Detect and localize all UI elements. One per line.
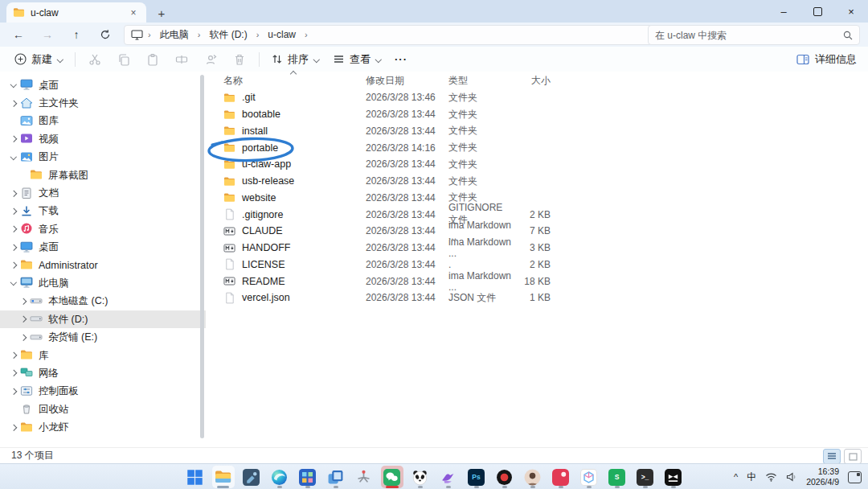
address-bar[interactable]: › 此电脑 › 软件 (D:) › u-claw › [124,25,659,45]
chevron-right-icon[interactable] [10,424,18,432]
taskbar-app-start[interactable] [184,466,207,488]
minimize-button[interactable]: – [767,0,800,23]
sidebar-item-17[interactable]: 控制面板 [0,383,206,401]
sidebar-item-1[interactable]: 主文件夹 [0,94,206,112]
thumbnail-view-button[interactable] [844,449,862,464]
ime-indicator[interactable]: 中 [747,471,756,484]
sidebar-item-14[interactable]: 杂货铺 (E:) [0,328,206,346]
sidebar-item-15[interactable]: 库 [0,347,206,364]
chevron-down-icon[interactable] [10,279,18,287]
breadcrumb-drive-d[interactable]: 软件 (D:) [205,27,251,43]
wifi-icon[interactable] [765,472,777,482]
sidebar-item-3[interactable]: 视频 [0,130,206,148]
taskbar-app-claw-machine[interactable] [353,466,375,488]
file-row[interactable]: HANDOFF2026/3/28 13:44ima Markdown ...3 … [215,240,868,257]
delete-button[interactable] [225,50,254,69]
sidebar-item-11[interactable]: 此电脑 [0,274,206,292]
taskbar-app-toolbox[interactable] [297,466,319,488]
file-row[interactable]: usb-release2026/3/28 13:44文件夹 [215,173,868,190]
chevron-right-icon[interactable] [10,244,18,252]
sidebar-item-13[interactable]: 软件 (D:) [0,310,206,328]
maximize-button[interactable] [800,0,834,23]
chevron-right-icon[interactable] [10,388,18,396]
sidebar-item-19[interactable]: 小龙虾 [0,418,206,436]
forward-button[interactable]: → [39,26,56,43]
file-row[interactable]: install2026/3/28 13:44文件夹 [215,123,868,140]
breadcrumb-u-claw[interactable]: u-claw [264,28,300,41]
new-tab-button[interactable]: + [151,3,172,23]
taskbar-app-wechat[interactable] [381,466,403,488]
taskbar-app-photoshop[interactable]: Ps [465,466,488,488]
breadcrumb-this-pc[interactable]: 此电脑 [156,27,193,43]
tab-close-icon[interactable]: × [127,6,140,19]
chevron-down-icon[interactable] [10,81,18,89]
volume-icon[interactable] [786,472,797,482]
file-row[interactable]: .git2026/3/28 13:46文件夹 [215,89,868,106]
file-row[interactable]: u-claw-app2026/3/28 13:44文件夹 [215,156,868,173]
sort-button[interactable]: 排序 [264,49,326,70]
chevron-right-icon[interactable] [10,351,18,360]
view-button[interactable]: 查看 [326,49,388,70]
taskbar-app-file-explorer[interactable] [212,466,235,488]
chevron-right-icon[interactable] [10,208,18,216]
file-row-annotated[interactable]: portable2026/3/28 14:16文件夹 [215,139,868,156]
sidebar-item-9[interactable]: 桌面 [0,239,206,257]
taskbar-app-terminal[interactable]: >_ [634,466,657,488]
chevron-down-icon[interactable] [10,154,18,162]
chevron-right-icon[interactable] [19,334,27,342]
column-header-type[interactable]: 类型 [448,74,514,88]
chevron-right-icon[interactable] [10,135,18,143]
cut-button[interactable] [80,50,109,69]
hidden-icons-chevron[interactable]: ^ [734,472,738,482]
sidebar-item-8[interactable]: 音乐 [0,220,206,238]
taskbar-app-cube-app[interactable] [578,466,600,488]
sidebar-item-6[interactable]: 文档 [0,184,206,202]
paste-button[interactable] [138,50,167,69]
file-row[interactable]: CLAUDE2026/3/28 13:44ima Markdown ...7 K… [215,223,868,240]
sidebar-item-5[interactable]: 屏幕截图 [0,166,206,184]
search-box[interactable] [648,25,860,45]
file-row[interactable]: LICENSE2026/3/28 13:44.2 KB [215,257,868,273]
sidebar-item-7[interactable]: 下载 [0,203,206,220]
taskbar-app-edge[interactable] [268,466,291,488]
chevron-right-icon[interactable] [19,298,27,306]
new-button[interactable]: 新建 [8,49,70,70]
search-input[interactable] [649,30,843,41]
sidebar-item-10[interactable]: Administrator [0,257,206,274]
taskbar-app-dove[interactable] [437,466,460,488]
details-view-button[interactable] [823,449,841,464]
chevron-right-icon[interactable] [10,261,18,269]
up-button[interactable]: ↑ [68,26,85,43]
sidebar-scrollbar[interactable] [200,75,204,438]
taskbar-app-panda[interactable] [409,466,432,488]
chevron-right-icon[interactable] [19,315,27,323]
copy-button[interactable] [109,50,138,69]
column-header-date[interactable]: 修改日期 [366,74,448,88]
taskbar-app-recorder[interactable] [493,466,516,488]
explorer-tab[interactable]: u-claw × [6,2,146,23]
taskbar-app-green-s[interactable]: S [606,466,628,488]
rename-button[interactable] [167,50,196,69]
file-row[interactable]: bootable2026/3/28 13:44文件夹 [215,106,868,123]
chevron-right-icon[interactable] [10,369,18,377]
notification-center-icon[interactable] [848,471,862,483]
file-row[interactable]: README2026/3/28 13:44ima Markdown ...18 … [215,273,868,290]
file-row[interactable]: .gitignore2026/3/28 13:44GITIGNORE 文件2 K… [215,206,868,223]
taskbar-app-capcut[interactable] [662,466,685,488]
back-button[interactable]: ← [10,26,27,43]
sidebar-item-12[interactable]: 本地磁盘 (C:) [0,293,206,310]
sidebar-item-2[interactable]: 图库 [0,113,206,130]
chevron-right-icon[interactable] [10,100,18,108]
file-row[interactable]: website2026/3/28 13:44文件夹 [215,190,868,207]
share-button[interactable] [196,50,225,69]
file-row[interactable]: vercel.json2026/3/28 13:44JSON 文件1 KB [215,290,868,306]
chevron-right-icon[interactable] [10,190,18,198]
taskbar-app-vmware[interactable] [325,466,347,488]
details-pane-button[interactable]: 详细信息 [796,52,857,67]
column-header-size[interactable]: 大小 [514,74,551,88]
refresh-button[interactable] [96,26,114,43]
taskbar-app-red-app[interactable] [550,466,572,488]
sidebar-item-4[interactable]: 图片 [0,149,206,166]
taskbar-app-blue-tool[interactable] [240,466,263,488]
sidebar-item-18[interactable]: 回收站 [0,401,206,418]
